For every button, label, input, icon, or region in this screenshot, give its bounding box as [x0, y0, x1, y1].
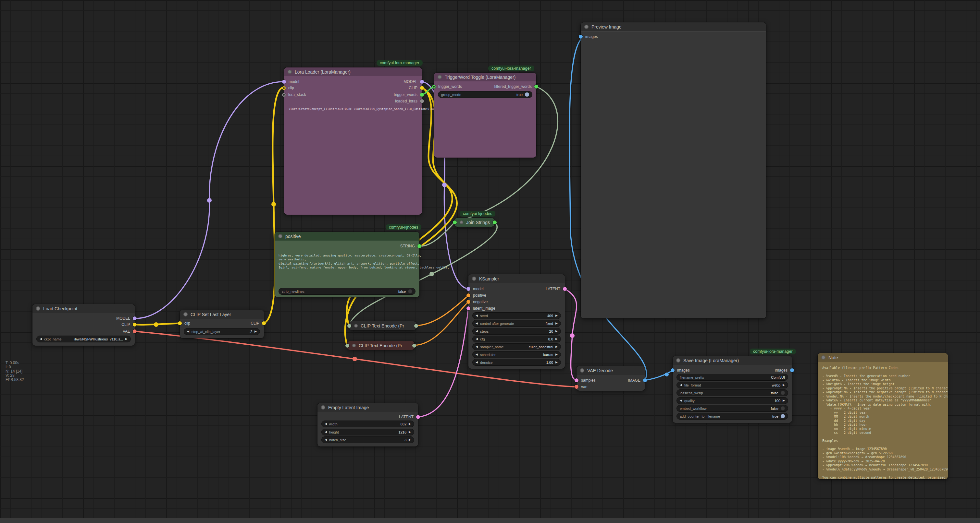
strip-newlines-toggle-widget[interactable]: strip_newlines false	[278, 288, 415, 295]
node-header[interactable]: CLIP Text Encode (Pr	[349, 321, 417, 330]
left-arrow-icon[interactable]: ◀	[680, 399, 682, 402]
sampler-name-widget[interactable]: ◀sampler_nameeuler_ancestral▶	[472, 343, 561, 350]
left-arrow-icon[interactable]: ◀	[476, 353, 478, 356]
left-arrow-icon[interactable]: ◀	[187, 330, 189, 333]
filename-prefix-widget[interactable]: filename_prefixComfyUI	[676, 374, 788, 381]
input-dot-positive[interactable]	[466, 293, 470, 297]
node-triggerword-toggle[interactable]: TriggerWord Toggle (LoraManager) trigger…	[434, 73, 536, 158]
output-dot-string[interactable]	[417, 244, 422, 248]
note-text[interactable]: Available filename_prefix Pattern Codes …	[822, 366, 948, 479]
input-dot-lora-stack[interactable]	[282, 93, 286, 97]
add-counter-toggle-widget[interactable]: add_counter_to_filenametrue	[676, 413, 788, 420]
left-arrow-icon[interactable]: ◀	[476, 314, 478, 317]
output-dot-filtered-trigger-words[interactable]	[534, 85, 538, 89]
left-arrow-icon[interactable]: ◀	[325, 431, 327, 434]
input-dot-images[interactable]	[579, 35, 583, 39]
link-dot-vae[interactable]	[353, 357, 357, 361]
left-arrow-icon[interactable]: ◀	[680, 384, 682, 387]
node-header[interactable]: Save Image (LoraManager)	[673, 356, 792, 365]
collapsed-input-dot[interactable]	[347, 324, 351, 328]
lossless-webp-toggle-widget[interactable]: lossless_webpfalse	[676, 390, 788, 396]
node-note[interactable]: Note Available filename_prefix Pattern C…	[818, 353, 948, 479]
node-ksampler[interactable]: KSampler model positive negative latent_…	[468, 274, 565, 369]
right-arrow-icon[interactable]: ▶	[409, 438, 411, 441]
group-mode-toggle-widget[interactable]: group_mode true	[438, 91, 532, 98]
output-dot-trigger-words[interactable]	[420, 93, 424, 97]
output-dot-latent[interactable]	[563, 287, 567, 291]
node-header[interactable]: Preview Image	[581, 22, 766, 32]
right-arrow-icon[interactable]: ▶	[783, 384, 785, 387]
toggle-off-icon[interactable]	[408, 289, 412, 293]
width-widget[interactable]: ◀width832▶	[321, 420, 414, 427]
right-arrow-icon[interactable]: ▶	[555, 322, 558, 325]
toggle-off-icon[interactable]	[781, 391, 785, 395]
right-arrow-icon[interactable]: ▶	[555, 361, 558, 364]
stop-at-clip-layer-widget[interactable]: ◀ stop_at_clip_layer -2 ▶	[184, 328, 260, 335]
output-dot-loaded-loras[interactable]	[420, 99, 424, 103]
file-format-widget[interactable]: ◀file_formatwebp▶	[676, 382, 788, 388]
left-arrow-icon[interactable]: ◀	[325, 438, 327, 441]
output-dot-model[interactable]	[420, 80, 424, 84]
node-clip-text-encode-negative[interactable]: CLIP Text Encode (Pr	[347, 341, 415, 350]
output-dot-vae[interactable]	[133, 330, 137, 333]
collapsed-input-dot[interactable]	[345, 344, 349, 347]
seed-widget[interactable]: ◀seed409▶	[472, 312, 561, 319]
node-header[interactable]: KSampler	[468, 274, 565, 283]
left-arrow-icon[interactable]: ◀	[40, 338, 42, 341]
right-arrow-icon[interactable]: ▶	[255, 330, 257, 333]
node-clip-text-encode-positive[interactable]: CLIP Text Encode (Pr	[349, 321, 417, 330]
input-dot-model[interactable]	[466, 287, 470, 291]
output-dot-clip[interactable]	[420, 86, 424, 90]
right-arrow-icon[interactable]: ▶	[783, 399, 785, 402]
link-dot-clip-2[interactable]	[271, 202, 276, 206]
left-arrow-icon[interactable]: ◀	[476, 345, 478, 348]
denoise-widget[interactable]: ◀denoise1.00▶	[472, 359, 561, 366]
right-arrow-icon[interactable]: ▶	[555, 330, 558, 333]
right-arrow-icon[interactable]: ▶	[125, 338, 127, 341]
cfg-widget[interactable]: ◀cfg8.0▶	[472, 336, 561, 342]
node-header[interactable]: Empty Latent Image	[317, 403, 418, 412]
right-arrow-icon[interactable]: ▶	[555, 314, 558, 317]
input-dot-clip[interactable]	[282, 86, 286, 90]
node-join-strings[interactable]: Join Strings	[455, 218, 495, 227]
toggle-on-icon[interactable]	[525, 92, 529, 97]
node-graph-canvas[interactable]: comfyui-lora-manager comfyui-lora-manage…	[0, 0, 980, 523]
node-header[interactable]: TriggerWord Toggle (LoraManager)	[434, 73, 536, 81]
node-header[interactable]: VAE Decode	[576, 366, 645, 375]
embed-workflow-toggle-widget[interactable]: embed_workflowfalse	[676, 405, 788, 412]
output-dot-latent[interactable]	[416, 415, 420, 419]
link-dot-image[interactable]	[665, 372, 669, 376]
collapsed-input-dot[interactable]	[453, 220, 457, 224]
input-dot-images[interactable]	[671, 368, 675, 372]
output-dot-model[interactable]	[133, 317, 137, 320]
right-arrow-icon[interactable]: ▶	[555, 345, 558, 348]
prompt-text[interactable]: highres, very detailed, amazing quality,…	[278, 254, 449, 269]
quality-widget[interactable]: ◀quality100▶	[676, 397, 788, 404]
input-dot-latent-image[interactable]	[466, 306, 470, 310]
collapsed-output-dot[interactable]	[493, 220, 496, 224]
left-arrow-icon[interactable]: ◀	[476, 330, 478, 333]
link-dot-clip-1[interactable]	[154, 322, 158, 327]
link-dot-string[interactable]	[430, 272, 434, 276]
node-header[interactable]: Lora Loader (LoraManager)	[284, 67, 422, 76]
input-dot-negative[interactable]	[466, 300, 470, 304]
node-header[interactable]: CLIP Text Encode (Pr	[347, 341, 415, 350]
left-arrow-icon[interactable]: ◀	[476, 322, 478, 325]
node-preview-image[interactable]: Preview Image images	[581, 22, 766, 319]
output-dot-clip[interactable]	[262, 321, 266, 325]
input-dot-samples[interactable]	[574, 379, 579, 382]
left-arrow-icon[interactable]: ◀	[476, 338, 478, 341]
output-dot-image[interactable]	[643, 379, 647, 382]
node-empty-latent-image[interactable]: Empty Latent Image LATENT ◀width832▶ ◀he…	[317, 403, 418, 447]
link-dot-latent[interactable]	[570, 333, 574, 338]
right-arrow-icon[interactable]: ▶	[555, 338, 558, 341]
link-dot-model-1[interactable]	[207, 198, 212, 203]
toggle-on-icon[interactable]	[781, 414, 785, 418]
node-load-checkpoint[interactable]: Load Checkpoint MODEL CLIP VAE ◀ ckpt_na…	[32, 304, 135, 345]
link-dot-model-2[interactable]	[442, 182, 447, 187]
node-vae-decode[interactable]: VAE Decode samples vae IMAGE	[576, 366, 645, 391]
left-arrow-icon[interactable]: ◀	[325, 423, 327, 425]
node-positive-prompt[interactable]: positive STRING highres, very detailed, …	[275, 232, 419, 297]
height-widget[interactable]: ◀height1216▶	[321, 429, 414, 436]
toggle-off-icon[interactable]	[781, 406, 785, 410]
